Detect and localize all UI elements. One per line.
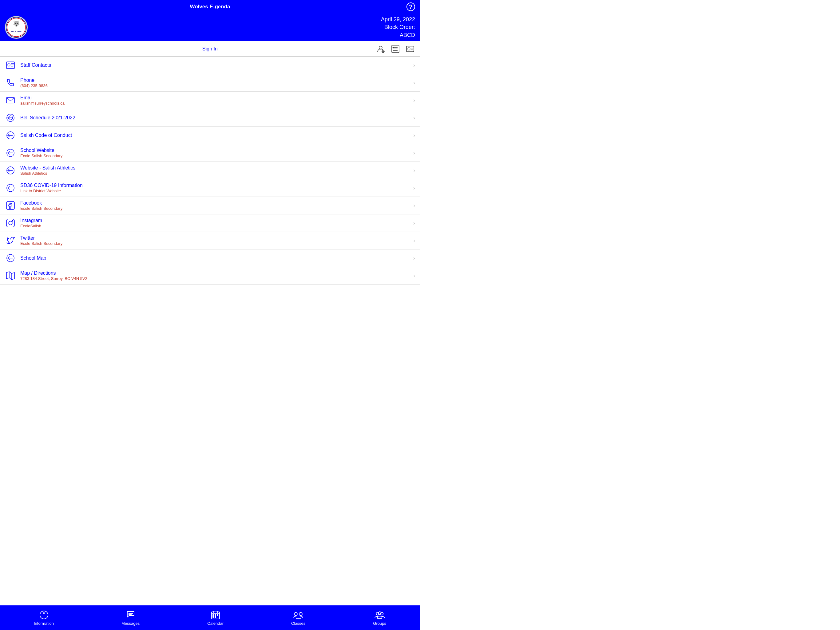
signin-button[interactable]: Sign In — [202, 46, 218, 52]
svg-point-36 — [12, 220, 13, 222]
list-item[interactable]: SD36 COVID-19 Information Link to Distri… — [0, 179, 420, 197]
item-content: Twitter Ecole Salish Secondary — [20, 235, 411, 246]
toolbar-icons — [376, 44, 415, 54]
link-icon — [5, 165, 16, 176]
chevron-icon: › — [413, 132, 415, 139]
list-item[interactable]: Phone (604) 235-9836 › — [0, 74, 420, 92]
chevron-icon: › — [413, 272, 415, 279]
list-item[interactable]: School Website École Salish Secondary › — [0, 144, 420, 162]
header: 🐺 WOLVES April 29, 2022 Block Order: ABC… — [0, 14, 420, 41]
item-content: Salish Code of Conduct — [20, 133, 411, 138]
checklist-icon[interactable] — [390, 44, 400, 54]
item-content: Staff Contacts — [20, 62, 411, 68]
contact-card-icon[interactable] — [405, 44, 415, 54]
map-icon — [5, 270, 16, 281]
chevron-icon: › — [413, 62, 415, 69]
item-content: SD36 COVID-19 Information Link to Distri… — [20, 183, 411, 193]
item-content: Website - Salish Athletics Salish Athlet… — [20, 165, 411, 176]
link-icon — [5, 182, 16, 193]
link-icon — [5, 130, 16, 141]
chevron-icon: › — [413, 167, 415, 174]
list-item[interactable]: Twitter Ecole Salish Secondary › — [0, 232, 420, 250]
email-icon — [5, 95, 16, 106]
link-icon — [5, 147, 16, 158]
link-icon — [5, 253, 16, 264]
svg-text:WOLVES: WOLVES — [11, 30, 22, 33]
phone-icon — [5, 77, 16, 88]
chevron-icon: › — [413, 203, 415, 209]
school-logo: 🐺 WOLVES — [5, 16, 28, 39]
chevron-icon: › — [413, 115, 415, 121]
item-content: Map / Directions 7283 184 Street, Surrey… — [20, 271, 411, 281]
chevron-icon: › — [413, 255, 415, 261]
content-area: Staff Contacts › Phone (604) 235-9836 › … — [0, 57, 420, 309]
top-bar: Wolves E-genda ? — [0, 0, 420, 14]
svg-point-18 — [8, 64, 10, 66]
staff-icon — [5, 60, 16, 71]
list-item[interactable]: Email salish@surreyschools.ca › — [0, 92, 420, 109]
svg-rect-34 — [6, 219, 14, 227]
item-content: School Map — [20, 255, 411, 261]
svg-point-13 — [408, 47, 410, 50]
instagram-icon — [5, 217, 16, 229]
list-item[interactable]: Map / Directions 7283 184 Street, Surrey… — [0, 267, 420, 285]
item-content: School Website École Salish Secondary — [20, 148, 411, 158]
chevron-icon: › — [413, 150, 415, 156]
chevron-icon: › — [413, 97, 415, 104]
facebook-icon — [5, 200, 16, 211]
svg-text:🐺: 🐺 — [13, 20, 20, 27]
svg-rect-33 — [6, 201, 14, 209]
toolbar: Sign In — [0, 41, 420, 57]
svg-marker-39 — [6, 272, 14, 280]
item-content: Bell Schedule 2021-2022 — [20, 115, 411, 120]
list-item[interactable]: Bell Schedule 2021-2022 › — [0, 109, 420, 127]
list-item[interactable]: Website - Salish Athletics Salish Athlet… — [0, 162, 420, 179]
header-date: April 29, 2022 Block Order: ABCD — [381, 16, 415, 39]
chevron-icon: › — [413, 80, 415, 86]
list-item[interactable]: Instagram EcoleSalish › — [0, 214, 420, 232]
chevron-icon: › — [413, 185, 415, 192]
chevron-icon: › — [413, 237, 415, 244]
list-item[interactable]: Staff Contacts › — [0, 57, 420, 74]
item-content: Phone (604) 235-9836 — [20, 78, 411, 88]
item-content: Facebook Ecole Salish Secondary — [20, 200, 411, 211]
twitter-icon — [5, 235, 16, 246]
link-icon — [5, 112, 16, 123]
list-item[interactable]: School Map › — [0, 250, 420, 267]
list-item[interactable]: Salish Code of Conduct › — [0, 127, 420, 144]
item-content: Email salish@surreyschools.ca — [20, 95, 411, 106]
user-settings-icon[interactable] — [376, 44, 385, 54]
item-content: Instagram EcoleSalish — [20, 218, 411, 228]
chevron-icon: › — [413, 220, 415, 226]
help-button[interactable]: ? — [406, 2, 415, 11]
list-item[interactable]: Facebook Ecole Salish Secondary › — [0, 197, 420, 214]
app-title: Wolves E-genda — [190, 4, 230, 10]
svg-point-35 — [9, 221, 12, 225]
